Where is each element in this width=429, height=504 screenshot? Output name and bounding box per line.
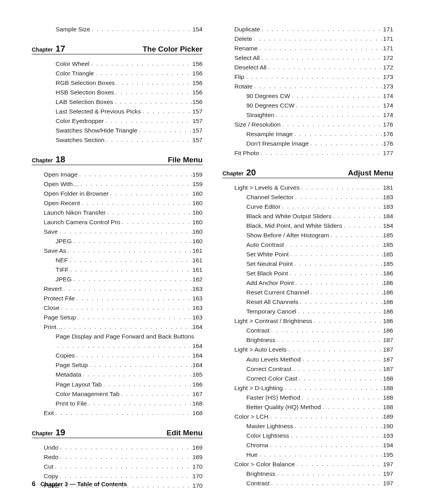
toc-entry: Straighten. . . . . . . . . . . . . . . … bbox=[222, 110, 393, 120]
toc-page: 157 bbox=[192, 107, 203, 116]
toc-label: Print to File bbox=[56, 399, 87, 408]
toc-page: 168 bbox=[192, 408, 203, 418]
toc-leader-dots: . . . . . . . . . . . . . . . . . . . . … bbox=[114, 88, 192, 97]
toc-label: Save bbox=[44, 227, 58, 237]
toc-leader-dots: . . . . . . . . . . . . . . . . . . . . … bbox=[283, 384, 383, 392]
toc-label: Launch Camera Control Pro bbox=[44, 217, 120, 227]
page: Sample Size. . . . . . . . . . . . . . .… bbox=[0, 0, 429, 504]
toc-entry: NEF. . . . . . . . . . . . . . . . . . .… bbox=[32, 256, 203, 265]
toc-leader-dots: . . . . . . . . . . . . . . . . . . . . … bbox=[252, 35, 383, 43]
toc-label: Color Eyedropper bbox=[56, 116, 104, 126]
toc-page: 189 bbox=[383, 412, 393, 421]
toc-leader-dots: . . . . . . . . . . . . . . . . . . . . … bbox=[257, 450, 383, 459]
toc-label: Metadata bbox=[56, 370, 81, 379]
toc-entry: Print to File. . . . . . . . . . . . . .… bbox=[32, 399, 203, 408]
toc-label: 90 Degrees CW bbox=[246, 91, 290, 101]
toc-page: 163 bbox=[192, 284, 203, 294]
toc-page: 188 bbox=[383, 383, 393, 393]
right-column: Duplicate. . . . . . . . . . . . . . . .… bbox=[222, 25, 393, 491]
toc-label: Don't Resample Image bbox=[246, 139, 309, 148]
toc-label: Page Setup bbox=[44, 313, 76, 322]
toc-label: Color Management Tab bbox=[56, 389, 120, 399]
toc-entry: TIFF. . . . . . . . . . . . . . . . . . … bbox=[32, 265, 203, 275]
toc-leader-dots: . . . . . . . . . . . . . . . . . . . . … bbox=[120, 218, 192, 227]
toc-entry: Page Setup. . . . . . . . . . . . . . . … bbox=[32, 313, 203, 322]
toc-leader-dots: . . . . . . . . . . . . . . . . . . . . … bbox=[294, 101, 383, 110]
toc-label: Temporary Cancel bbox=[246, 307, 296, 316]
toc-label: Chroma bbox=[246, 441, 268, 450]
toc-leader-dots: . . . . . . . . . . . . . . . . . . . . … bbox=[253, 82, 383, 91]
toc-leader-dots: . . . . . . . . . . . . . . . . . . . . … bbox=[60, 304, 192, 312]
toc-page: 186 bbox=[383, 288, 393, 297]
toc-label: Swatches Show/Hide Triangle bbox=[56, 126, 137, 135]
toc-label: Copy bbox=[44, 471, 58, 481]
toc-page: 194 bbox=[383, 441, 393, 450]
toc-page: 157 bbox=[192, 116, 203, 126]
toc-page: 169 bbox=[192, 443, 203, 452]
toc-leader-dots: . . . . . . . . . . . . . . . . . . . . … bbox=[270, 479, 383, 488]
toc-entry: Copies. . . . . . . . . . . . . . . . . … bbox=[32, 351, 203, 360]
toc-leader-dots: . . . . . . . . . . . . . . . . . . . . … bbox=[115, 79, 192, 87]
toc-label: Color > Color Balance bbox=[234, 460, 295, 469]
toc-leader-dots: . . . . . . . . . . . . . . . . . . . . … bbox=[275, 336, 383, 344]
toc-entry: Open With…. . . . . . . . . . . . . . . … bbox=[32, 179, 203, 189]
toc-entry: Brightness. . . . . . . . . . . . . . . … bbox=[222, 335, 393, 345]
toc-entry: HSB Selection Boxes. . . . . . . . . . .… bbox=[32, 88, 203, 97]
chapter-label: Chapter 17 bbox=[32, 44, 65, 54]
toc-entry: Brightness. . . . . . . . . . . . . . . … bbox=[222, 469, 393, 479]
toc-leader-dots: . . . . . . . . . . . . . . . . . . . . … bbox=[280, 120, 383, 129]
toc-label: Light > Levels & Curves bbox=[234, 183, 300, 192]
toc-entry: Color Eyedropper. . . . . . . . . . . . … bbox=[32, 116, 203, 126]
toc-page: 170 bbox=[192, 471, 203, 481]
toc-leader-dots: . . . . . . . . . . . . . . . . . . . . … bbox=[58, 227, 192, 236]
chapter-label: Chapter 18 bbox=[32, 154, 65, 165]
toc-page: 156 bbox=[192, 88, 203, 97]
toc-label: Light > Contrast / Brightness bbox=[234, 316, 312, 326]
toc-entry: Protect File. . . . . . . . . . . . . . … bbox=[32, 294, 203, 303]
toc-label: Auto Contrast bbox=[246, 240, 284, 250]
toc-label: Contrast bbox=[246, 326, 270, 335]
toc-label: NEF bbox=[56, 256, 68, 265]
toc-entry: Contrast. . . . . . . . . . . . . . . . … bbox=[222, 326, 393, 335]
toc-label: Duplicate bbox=[234, 25, 260, 34]
chapter-title: The Color Picker bbox=[143, 45, 203, 54]
toc-entry: Size / Resolution. . . . . . . . . . . .… bbox=[222, 120, 393, 129]
toc-page: 197 bbox=[383, 469, 393, 479]
toc-entry: Set Black Point. . . . . . . . . . . . .… bbox=[222, 269, 393, 278]
toc-leader-dots: . . . . . . . . . . . . . . . . . . . . … bbox=[294, 193, 383, 202]
toc-page: 183 bbox=[383, 192, 393, 202]
toc-label: Auto Levels Method bbox=[246, 355, 301, 364]
toc-label: Sample Size bbox=[56, 25, 90, 34]
footer-page-number: 6 bbox=[32, 480, 35, 488]
toc-leader-dots: . . . . . . . . . . . . . . . . . . . . … bbox=[113, 98, 192, 106]
toc-entry: Open Folder in Browser. . . . . . . . . … bbox=[32, 189, 203, 198]
toc-leader-dots: . . . . . . . . . . . . . . . . . . . . … bbox=[72, 275, 192, 284]
toc-entry: Color Triangle. . . . . . . . . . . . . … bbox=[32, 69, 203, 78]
toc-entry: Cut. . . . . . . . . . . . . . . . . . .… bbox=[32, 462, 203, 471]
toc-page: 164 bbox=[192, 322, 203, 332]
toc-entry: Resample Image. . . . . . . . . . . . . … bbox=[222, 129, 393, 139]
chapter-heading: Chapter 18File Menu bbox=[32, 154, 203, 165]
toc-leader-dots: . . . . . . . . . . . . . . . . . . . . … bbox=[342, 221, 383, 230]
toc-leader-dots: . . . . . . . . . . . . . . . . . . . . … bbox=[68, 256, 192, 265]
toc-entry: Curve Editor. . . . . . . . . . . . . . … bbox=[222, 202, 393, 212]
toc-page: 163 bbox=[192, 313, 203, 322]
toc-label: Brightness bbox=[246, 335, 275, 345]
toc-leader-dots: . . . . . . . . . . . . . . . . . . . . … bbox=[294, 279, 383, 287]
toc-page: 169 bbox=[192, 452, 203, 462]
toc-entry: Hue. . . . . . . . . . . . . . . . . . .… bbox=[222, 450, 393, 460]
toc-page: 160 bbox=[192, 208, 203, 217]
toc-label: Color Wheel bbox=[56, 59, 89, 69]
toc-label: HSB Selection Boxes bbox=[56, 88, 114, 97]
toc-leader-dots: . . . . . . . . . . . . . . . . . . . . … bbox=[62, 285, 192, 293]
toc-leader-dots: . . . . . . . . . . . . . . . . . . . . … bbox=[290, 92, 383, 100]
toc-label: Page Display and Page Forward and Back B… bbox=[56, 332, 194, 341]
toc-page: 195 bbox=[383, 450, 393, 460]
toc-leader-dots: . . . . . . . . . . . . . . . . . . . . … bbox=[297, 374, 383, 383]
toc-page: 185 bbox=[383, 240, 393, 250]
toc-page: 163 bbox=[192, 303, 203, 313]
toc-entry: Swatches Section. . . . . . . . . . . . … bbox=[32, 135, 203, 145]
toc-page: 188 bbox=[383, 374, 393, 383]
toc-leader-dots: . . . . . . . . . . . . . . . . . . . . … bbox=[53, 462, 192, 471]
toc-page: 187 bbox=[383, 345, 393, 354]
